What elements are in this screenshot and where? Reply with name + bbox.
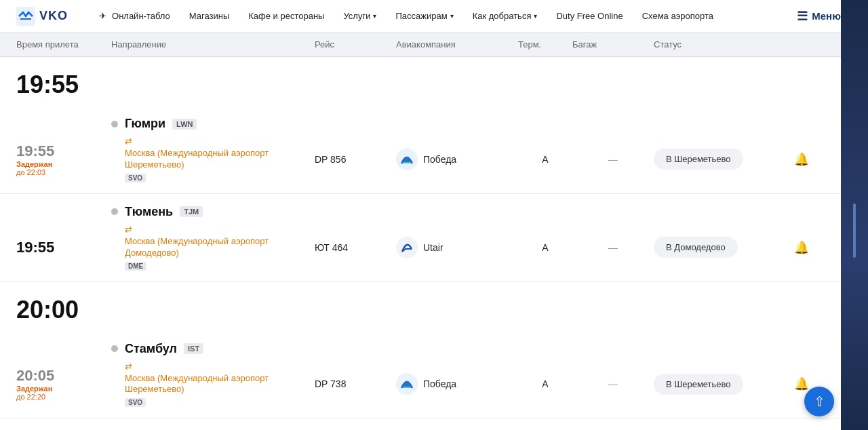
fab-icon: ⇧ — [814, 393, 825, 410]
flight-block: ГюмриLWN19:55Задержандо 22:03⇄Москва (Ме… — [0, 106, 868, 194]
destination-dot — [111, 345, 118, 352]
chevron-down-icon: ▾ — [534, 12, 537, 20]
status-button[interactable]: В Домодедово — [654, 237, 738, 258]
navbar: VKO ✈ Онлайн-табло Магазины Кафе и ресто… — [0, 0, 868, 33]
nav-services[interactable]: Услуги ▾ — [334, 0, 386, 33]
destination-code: TJM — [180, 206, 203, 217]
arrival-time-col: 19:55 — [16, 239, 111, 256]
flight-data-row: 20:05Задержандо 22:20⇄Москва (Международ… — [16, 361, 852, 408]
flight-data-row: 19:55Задержандо 22:03⇄Москва (Международ… — [16, 136, 852, 182]
bell-col: 🔔 — [789, 235, 830, 260]
destination-name: Гюмри — [125, 117, 165, 131]
destination-row: ТюменьTJM — [111, 205, 852, 219]
destination-code: LWN — [172, 119, 197, 130]
fab-button[interactable]: ⇧ — [804, 387, 834, 416]
airline-col: Победа — [396, 149, 518, 170]
terminal-col: A — [518, 242, 572, 253]
transfer-icon: ⇄ — [125, 136, 315, 146]
status-button[interactable]: В Шереметьево — [654, 149, 743, 170]
bell-col: 🔔 — [789, 147, 830, 172]
nav-directions[interactable]: Как добраться ▾ — [463, 0, 547, 33]
destination-name: Тюмень — [125, 205, 173, 219]
table-header: Время прилета Направление Рейс Авиакомпа… — [0, 33, 868, 57]
scheduled-time: 20:05 — [16, 367, 111, 385]
main-content: 19:55ГюмриLWN19:55Задержандо 22:03⇄Москв… — [0, 57, 868, 430]
vko-logo-icon — [16, 7, 35, 26]
origin-col: ⇄Москва (Международный аэропорт Домодедо… — [111, 224, 315, 271]
airline-logo — [396, 373, 418, 395]
origin-name: Москва (Международный аэропорт Шереметье… — [125, 373, 315, 396]
destination-dot — [111, 121, 118, 128]
airline-col: Победа — [396, 373, 518, 395]
transfer-icon: ⇄ — [125, 224, 315, 235]
origin-name: Москва (Международный аэропорт Домодедов… — [125, 236, 315, 259]
terminal-col: A — [518, 378, 572, 389]
delay-until: до 22:20 — [16, 393, 111, 401]
origin-code-badge: DME — [125, 262, 146, 271]
col-flight: Рейс — [315, 39, 396, 50]
destination-dot — [111, 208, 118, 215]
flight-number: DP 738 — [315, 378, 396, 389]
chevron-down-icon: ▾ — [450, 12, 454, 20]
origin-code-badge: SVO — [125, 398, 146, 407]
airline-logo — [396, 237, 418, 258]
col-airline: Авиакомпания — [396, 39, 518, 50]
airline-name: Победа — [423, 378, 456, 389]
logo-text: VKO — [39, 9, 68, 23]
baggage-col: — — [572, 154, 654, 165]
time-group-header-1: 20:00 — [0, 282, 868, 331]
destination-name: Стамбул — [125, 342, 177, 356]
destination-code: IST — [184, 343, 203, 354]
airline-name: Utair — [423, 242, 443, 253]
airline-logo — [396, 149, 418, 170]
origin-name: Москва (Международный аэропорт Шереметье… — [125, 148, 315, 171]
notification-bell-button[interactable]: 🔔 — [789, 147, 814, 172]
origin-col: ⇄Москва (Международный аэропорт Шереметь… — [111, 361, 315, 408]
scroll-thumb — [853, 203, 856, 258]
nav-passengers[interactable]: Пассажирам ▾ — [386, 0, 462, 33]
status-col: В Шереметьево — [654, 374, 789, 395]
baggage-col: — — [572, 378, 654, 389]
svg-point-2 — [396, 237, 418, 258]
col-direction: Направление — [111, 39, 315, 50]
status-button[interactable]: В Шереметьево — [654, 374, 743, 395]
airline-name: Победа — [423, 154, 456, 165]
flight-number: ЮТ 464 — [315, 242, 396, 253]
flight-data-row: 19:55⇄Москва (Международный аэропорт Дом… — [16, 224, 852, 271]
nav-links: ✈ Онлайн-табло Магазины Кафе и рестораны… — [90, 0, 786, 33]
col-arrival-time: Время прилета — [16, 39, 111, 50]
status-col: В Шереметьево — [654, 149, 789, 170]
transfer-icon: ⇄ — [125, 361, 315, 372]
baggage-col: — — [572, 242, 654, 253]
time-group-header-0: 19:55 — [0, 57, 868, 106]
flight-block: СтамбулIST20:05Задержандо 22:20⇄Москва (… — [0, 331, 868, 419]
notification-bell-button[interactable]: 🔔 — [789, 235, 814, 260]
nav-board[interactable]: ✈ Онлайн-табло — [90, 0, 180, 33]
origin-col: ⇄Москва (Международный аэропорт Шереметь… — [111, 136, 315, 182]
nav-scheme[interactable]: Схема аэропорта — [633, 0, 723, 33]
airline-col: Utair — [396, 237, 518, 258]
scheduled-time: 19:55 — [16, 239, 111, 256]
plane-icon: ✈ — [99, 11, 106, 21]
nav-cafes[interactable]: Кафе и рестораны — [239, 0, 334, 33]
origin-code-badge: SVO — [125, 174, 146, 182]
nav-duty-free[interactable]: Duty Free Online — [547, 0, 632, 33]
destination-row: СтамбулIST — [111, 342, 852, 356]
flight-number: DP 856 — [315, 154, 396, 165]
delay-label: Задержан — [16, 160, 111, 168]
col-status: Статус — [654, 39, 789, 50]
arrival-time-col: 19:55Задержандо 22:03 — [16, 142, 111, 176]
scheduled-time: 19:55 — [16, 142, 111, 160]
destination-row: ГюмриLWN — [111, 117, 852, 131]
terminal-col: A — [518, 154, 572, 165]
flight-block: ТюменьTJM19:55⇄Москва (Международный аэр… — [0, 194, 868, 282]
status-col: В Домодедово — [654, 237, 789, 258]
delay-label: Задержан — [16, 385, 111, 393]
delay-until: до 22:03 — [16, 168, 111, 176]
col-terminal: Терм. — [518, 39, 572, 50]
nav-shops[interactable]: Магазины — [180, 0, 239, 33]
right-sidebar — [841, 0, 868, 430]
chevron-down-icon: ▾ — [373, 12, 376, 20]
col-baggage: Багаж — [572, 39, 654, 50]
logo[interactable]: VKO — [16, 7, 68, 26]
